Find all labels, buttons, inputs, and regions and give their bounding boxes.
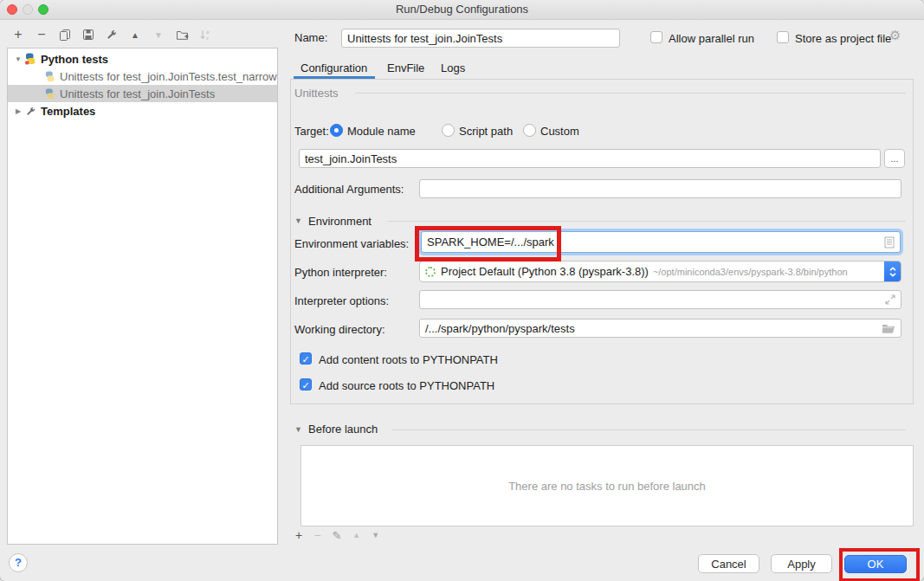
- move-task-down-button[interactable]: ▼: [372, 531, 379, 539]
- additional-arguments-label: Additional Arguments:: [294, 183, 404, 196]
- wrench-icon: [106, 29, 118, 41]
- store-as-project-file-label: Store as project file: [795, 32, 891, 45]
- save-icon: [82, 29, 94, 41]
- move-down-button[interactable]: ▼: [151, 27, 166, 42]
- templates-wrench-icon: [23, 104, 37, 118]
- name-label: Name:: [294, 31, 327, 44]
- tree-item-label: Templates: [41, 105, 95, 118]
- zoom-button[interactable]: [38, 4, 48, 15]
- add-content-roots-label: Add content roots to PYTHONPATH: [319, 353, 498, 366]
- edit-task-button[interactable]: ✎: [332, 529, 341, 542]
- interpreter-options-input[interactable]: [419, 290, 901, 309]
- environment-variables-input[interactable]: SPARK_HOME=/.../spark: [421, 231, 901, 253]
- expand-field-icon[interactable]: [885, 294, 895, 305]
- remove-configuration-button[interactable]: −: [34, 27, 49, 42]
- chevron-down-icon[interactable]: ▼: [13, 55, 23, 63]
- python-interpreter-path: ~/opt/miniconda3/envs/pyspark-3.8/bin/py…: [653, 267, 848, 277]
- add-source-roots-label: Add source roots to PYTHONPATH: [319, 379, 494, 392]
- tab-configuration[interactable]: Configuration: [300, 61, 367, 74]
- browse-module-button[interactable]: ...: [884, 149, 905, 168]
- move-task-up-button[interactable]: ▲: [352, 531, 360, 539]
- add-task-button[interactable]: +: [295, 528, 302, 542]
- chevron-up-down-icon: [888, 266, 897, 278]
- cancel-button[interactable]: Cancel: [698, 554, 759, 573]
- folder-browse-icon[interactable]: [882, 323, 895, 333]
- move-up-button[interactable]: ▲: [127, 27, 143, 42]
- close-button[interactable]: [7, 4, 17, 15]
- configurations-toolbar: + − ▲ ▼ az: [10, 26, 213, 43]
- tab-envfile[interactable]: EnvFile: [387, 61, 424, 74]
- browse-env-variables-icon[interactable]: [884, 236, 895, 249]
- working-directory-label: Working directory:: [294, 323, 385, 336]
- sort-az-icon: az: [199, 29, 211, 41]
- chevron-right-icon[interactable]: ▶: [13, 107, 23, 115]
- environment-collapse-icon[interactable]: ▼: [294, 216, 302, 225]
- unittests-group-title: Unittests: [294, 87, 339, 100]
- minus-icon: −: [313, 528, 320, 542]
- conda-env-icon: [425, 267, 436, 277]
- run-debug-configurations-dialog: Run/Debug Configurations + − ▲ ▼ az ▼ Py: [0, 0, 924, 581]
- apply-button[interactable]: Apply: [771, 554, 832, 573]
- tab-logs[interactable]: Logs: [441, 61, 465, 74]
- arrow-up-icon: ▲: [131, 30, 139, 40]
- arrow-down-icon: ▼: [372, 531, 379, 539]
- minimize-button: [23, 4, 33, 15]
- add-source-roots-checkbox[interactable]: ✓: [300, 378, 312, 391]
- target-custom-label: Custom: [540, 125, 579, 138]
- plus-icon: +: [14, 27, 22, 42]
- tree-item-unittests-jointests[interactable]: Unittests for test_join.JoinTests: [8, 85, 277, 102]
- before-launch-task-list: There are no tasks to run before launch: [300, 445, 914, 526]
- title-bar: Run/Debug Configurations: [0, 0, 924, 20]
- add-content-roots-checkbox[interactable]: ✓: [300, 352, 312, 365]
- sort-configurations-button[interactable]: az: [197, 27, 213, 42]
- remove-task-button[interactable]: −: [313, 528, 320, 542]
- environment-group-title: Environment: [308, 215, 372, 228]
- allow-parallel-run-label: Allow parallel run: [669, 32, 754, 45]
- additional-arguments-input[interactable]: [419, 179, 901, 198]
- new-folder-button[interactable]: [174, 27, 190, 42]
- tree-item-label: Unittests for test_join.JoinTests.test_n…: [60, 70, 277, 83]
- folder-add-icon: [176, 29, 189, 41]
- copy-icon: [59, 29, 71, 41]
- target-module-name-radio[interactable]: [330, 124, 343, 137]
- minus-icon: −: [37, 27, 45, 42]
- add-configuration-button[interactable]: +: [10, 27, 26, 42]
- target-label: Target:: [294, 125, 329, 138]
- python-interpreter-label: Python interpreter:: [294, 266, 387, 279]
- group-divider: [355, 93, 906, 94]
- target-module-name-label: Module name: [347, 125, 416, 138]
- tree-item-templates[interactable]: ▶ Templates: [8, 102, 277, 119]
- tree-item-unittests-test-narrow[interactable]: Unittests for test_join.JoinTests.test_n…: [8, 68, 277, 85]
- run-config-tree: ▼ Python tests Unittests for test_join.J…: [7, 48, 278, 545]
- group-divider: [391, 429, 906, 430]
- python-test-icon: [42, 87, 56, 100]
- working-directory-value: /.../spark/python/pyspark/tests: [425, 322, 575, 335]
- python-interpreter-select[interactable]: Project Default (Python 3.8 (pyspark-3.8…: [419, 261, 901, 282]
- tree-item-python-tests[interactable]: ▼ Python tests: [8, 50, 277, 68]
- before-launch-collapse-icon[interactable]: ▼: [294, 425, 302, 434]
- before-launch-group-title: Before launch: [308, 423, 378, 436]
- arrow-down-icon: ▼: [154, 30, 163, 40]
- svg-text:z: z: [206, 36, 209, 41]
- python-tests-icon: [23, 52, 37, 66]
- gear-icon[interactable]: ⚙: [889, 28, 901, 43]
- tree-item-label: Unittests for test_join.JoinTests: [60, 87, 215, 100]
- edit-templates-button[interactable]: [104, 27, 120, 42]
- module-name-input[interactable]: [299, 149, 881, 168]
- pencil-icon: ✎: [332, 529, 341, 542]
- copy-configuration-button[interactable]: [57, 27, 73, 42]
- arrow-up-icon: ▲: [352, 531, 360, 539]
- working-directory-input[interactable]: /.../spark/python/pyspark/tests: [419, 319, 901, 338]
- help-button[interactable]: ?: [9, 553, 28, 572]
- target-custom-radio[interactable]: [523, 124, 536, 137]
- store-as-project-file-checkbox[interactable]: [777, 31, 789, 43]
- target-script-path-radio[interactable]: [442, 124, 455, 137]
- name-input[interactable]: [341, 29, 620, 48]
- python-interpreter-value: Project Default (Python 3.8 (pyspark-3.8…: [441, 265, 649, 278]
- svg-text:a: a: [206, 29, 210, 35]
- allow-parallel-run-checkbox[interactable]: [650, 31, 662, 43]
- ok-button[interactable]: OK: [844, 555, 907, 573]
- save-configuration-button[interactable]: [81, 27, 96, 42]
- python-test-icon: [42, 69, 56, 83]
- interpreter-dropdown-stepper[interactable]: [884, 261, 901, 282]
